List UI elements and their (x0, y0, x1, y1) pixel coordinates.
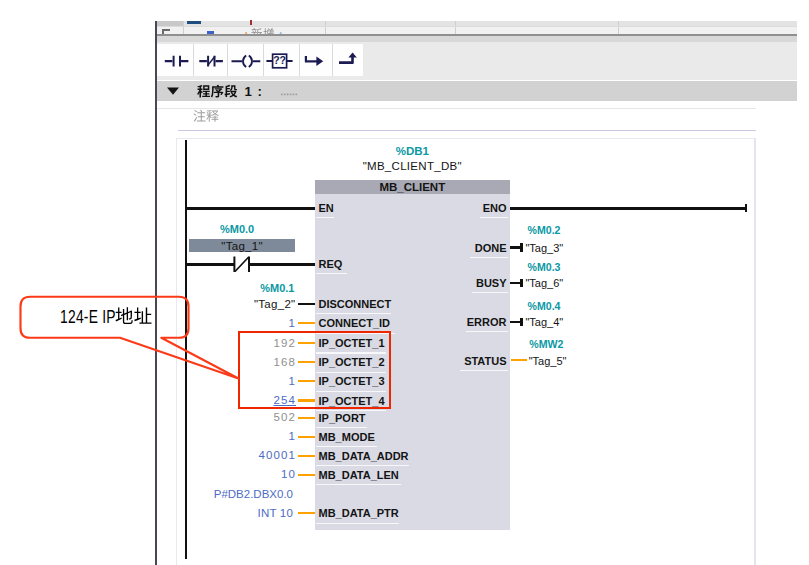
svg-text:??: ?? (273, 54, 286, 66)
